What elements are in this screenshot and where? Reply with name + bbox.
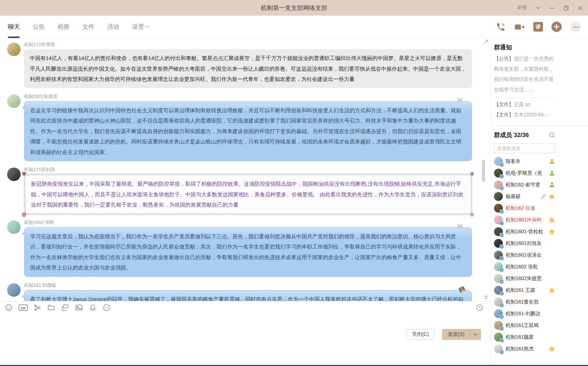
member-row[interactable]: 机制161王延斌 — [494, 319, 555, 331]
avatar[interactable] — [7, 43, 21, 56]
emoji-icon[interactable] — [5, 304, 13, 312]
member-avatar[interactable] — [494, 215, 503, 224]
chevron-down-icon[interactable] — [536, 6, 540, 9]
file-folder-icon[interactable] — [47, 304, 55, 312]
member-avatar[interactable] — [494, 227, 503, 236]
send-button[interactable]: 发送(S) — [442, 329, 481, 340]
message-bubble[interactable]: 在这次学习的链接中我再次认识到中国特色社会主义制度可以将治理体制有效转换治理效能… — [24, 101, 472, 162]
tab-album[interactable]: 相册 — [57, 16, 70, 38]
member-row[interactable]: ★ 机制1602 张乾 — [494, 261, 555, 273]
minimize-button[interactable] — [549, 5, 555, 11]
tab-settings[interactable]: 设置 — [132, 16, 149, 38]
member-row[interactable]: 机制161魏星 — [494, 331, 555, 343]
close-chat-button[interactable]: 关闭(C) — [406, 329, 434, 340]
svg-text:z: z — [551, 348, 553, 351]
member-row[interactable]: 机制1801许兴时 z — [494, 214, 555, 226]
member-row[interactable]: 机电-罗顺意（党 — [494, 167, 555, 179]
chevron-down-icon — [145, 26, 149, 28]
avatar[interactable] — [7, 283, 21, 297]
tab-announcement[interactable]: 公告 — [33, 16, 45, 38]
member-avatar[interactable]: ★ — [494, 309, 503, 318]
collapse-panel-icon[interactable] — [483, 39, 489, 44]
svg-text:z: z — [551, 219, 553, 222]
member-row[interactable]: 机制161黄在胜 — [494, 296, 555, 308]
svg-text:GIF: GIF — [21, 306, 26, 310]
chat-message: 机制1602 张乾 学习完这篇文章后，我认为在疫情当下，我们作为一名学生共产党员… — [0, 219, 472, 277]
member-avatar[interactable] — [494, 204, 503, 213]
tab-activity[interactable]: 活动 — [107, 16, 119, 38]
image-icon[interactable] — [75, 304, 83, 312]
avatar[interactable] — [7, 94, 21, 108]
video-call-icon[interactable] — [514, 23, 525, 31]
notification-bell-icon[interactable] — [89, 304, 97, 312]
member-avatar[interactable]: ★ — [494, 239, 503, 248]
more-actions-icon[interactable] — [570, 22, 581, 32]
notice-file-item[interactable]: 【文件】王露.txt — [494, 99, 555, 110]
message-history-icon[interactable] — [476, 304, 484, 312]
image-collage-icon[interactable] — [61, 304, 69, 312]
member-row[interactable]: 机制162 任迪 — [494, 202, 555, 214]
member-name: 机制161 王露 — [506, 287, 546, 294]
send-options-icon[interactable] — [470, 329, 480, 339]
member-avatar[interactable]: ★ — [494, 262, 503, 271]
message-bubble[interactable]: ✾ ❀ ✿ ❀ 新冠肺炎疫情发生以来，中国采取了最彻底、最严格的防控举措，取得了… — [25, 175, 471, 214]
member-avatar[interactable] — [494, 286, 503, 295]
member-row[interactable]: 机制161熊杰 z — [494, 343, 555, 355]
member-avatar[interactable] — [494, 344, 503, 353]
member-avatar[interactable] — [494, 251, 503, 260]
edit-pencil-icon[interactable] — [540, 194, 546, 200]
screenshot-scissors-icon[interactable] — [33, 304, 42, 312]
member-row[interactable]: 机制162-郝宇君 — [494, 179, 555, 191]
member-row[interactable]: 陈客舟 — [494, 155, 555, 167]
group-announcement[interactable]: 【公告】我们是一支优秀的网络党支部，在紧急时期，我们每周组织学生党员开展在线学习… — [494, 54, 555, 95]
member-row[interactable]: 机制1601张泽众 — [494, 249, 555, 261]
member-avatar[interactable] — [494, 169, 503, 177]
add-icon[interactable] — [551, 22, 562, 32]
member-avatar[interactable] — [494, 180, 503, 189]
message-bubble[interactable]: 看了剑桥大学博士Janus Dongye的回答，我确实被震撼了，被我国丰富的粮食… — [24, 290, 472, 301]
message-text: 新冠肺炎疫情发生以来，中国采取了最彻底、最严格的防控举措，取得了积极的防控效果。… — [31, 181, 463, 208]
mobile-online-icon — [500, 209, 504, 214]
member-name: 陈客舟 — [506, 158, 546, 165]
chat-message: 机制172井雪瑶 中国有14亿人，有着14亿人的责任和使命，也有着14亿人的付出… — [0, 41, 472, 88]
member-avatar[interactable]: ★ — [494, 274, 503, 283]
scroll-to-bottom-icon[interactable] — [483, 294, 489, 299]
member-avatar[interactable] — [494, 192, 503, 201]
chat-message: 机制1602朱德宽 在这次学习的链接中我再次认识到中国特色社会主义制度可以将治理… — [0, 93, 472, 162]
message-input-area[interactable] — [0, 314, 491, 329]
member-avatar[interactable] — [494, 297, 503, 306]
message-bubble[interactable]: 学习完这篇文章后，我认为在疫情当下，我们作为一名学生共产党员要做到以下三点。首先… — [24, 227, 472, 277]
search-members-input[interactable] — [494, 143, 555, 153]
member-row[interactable]: 机制161 王露 z — [494, 284, 555, 296]
mobile-online-icon — [500, 327, 504, 331]
member-avatar[interactable] — [494, 333, 503, 342]
chat-scrollbar[interactable] — [482, 160, 485, 182]
member-row[interactable]: ★ 机制161-刘鹏达 — [494, 308, 555, 319]
restore-button[interactable] — [564, 5, 569, 11]
member-row[interactable]: ★ 机制1602朱德宽 — [494, 273, 555, 284]
svg-text:z: z — [551, 289, 553, 292]
report-button[interactable]: 举报 — [517, 5, 527, 11]
member-row[interactable]: ★ 机制1601刘旭东 — [494, 237, 555, 249]
notice-file-item[interactable]: 【文件】文本(2020-04-... — [494, 110, 555, 120]
member-avatar[interactable] — [494, 157, 503, 166]
member-row[interactable]: 杨展硕 z — [494, 191, 555, 202]
ornament-flower-icon: ❀ — [470, 171, 474, 177]
search-icon[interactable] — [549, 132, 555, 138]
sender-name: 机制1602 张乾 — [24, 219, 472, 226]
tab-chat[interactable]: 聊天 — [8, 16, 20, 38]
close-button[interactable] — [578, 5, 583, 11]
gif-icon[interactable]: GIF — [18, 304, 28, 312]
member-avatar[interactable] — [494, 321, 503, 330]
tab-files[interactable]: 文件 — [82, 16, 94, 38]
mobile-online-icon — [500, 186, 504, 190]
more-tools-icon[interactable] — [103, 304, 111, 312]
avatar[interactable] — [7, 168, 21, 181]
class-icon[interactable]: 课 — [533, 22, 543, 32]
member-row[interactable]: 机制1601-曾粒粒 z — [494, 226, 555, 237]
window-title: 机制第一党支部网络支部 — [0, 4, 588, 12]
mobile-online-icon — [500, 174, 504, 179]
voice-call-icon[interactable] — [496, 22, 506, 32]
avatar[interactable] — [7, 220, 21, 234]
message-bubble[interactable]: 中国有14亿人，有着14亿人的责任和使命，也有着14亿人的付出和奉献。繁星点点汇… — [24, 49, 472, 88]
